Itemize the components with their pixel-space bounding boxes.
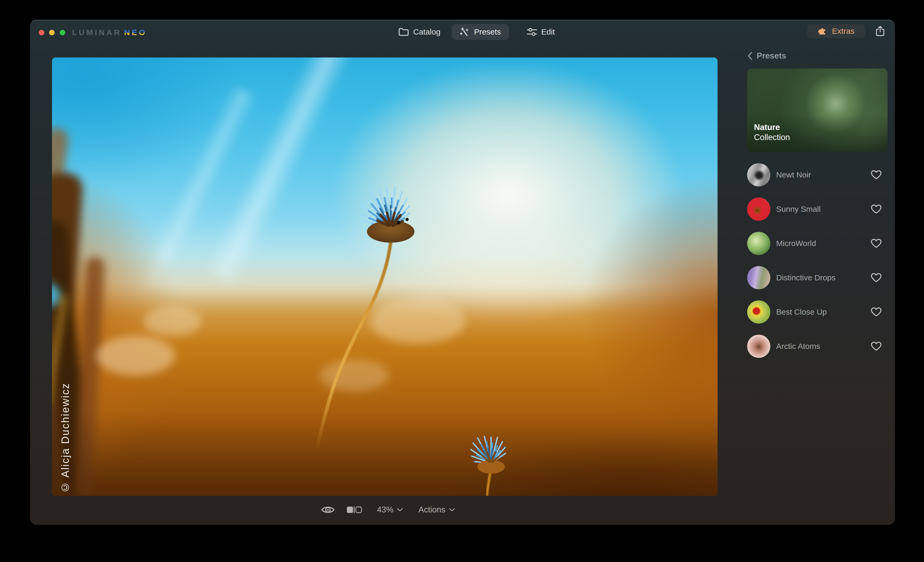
tab-presets-label: Presets [474,27,501,36]
preset-name: Distinctive Drops [776,273,871,282]
sliders-icon [527,27,537,37]
favorite-heart-icon[interactable] [871,170,882,180]
preset-name: MicroWorld [776,239,871,248]
preset-item-microworld[interactable]: MicroWorld [747,226,888,260]
minimize-button[interactable] [49,30,55,35]
favorite-heart-icon[interactable] [871,307,882,317]
preset-thumbnail [747,300,770,324]
collection-title-line2: Collection [754,132,790,142]
actions-dropdown[interactable]: Actions [418,504,455,516]
eye-icon [321,505,335,515]
actions-label: Actions [418,505,446,514]
collection-card-nature[interactable]: Nature Collection [747,69,888,152]
preset-thumbnail [747,266,770,289]
zoom-window-button[interactable] [60,30,65,35]
extras-button[interactable]: Extras [807,24,866,38]
sidebar-back-label: Presets [757,51,786,61]
collection-title-line1: Nature [754,123,790,132]
tab-catalog-label: Catalog [413,27,440,36]
preset-thumbnail [747,197,770,221]
preset-name: Best Close Up [776,308,871,317]
favorite-heart-icon[interactable] [871,238,882,248]
puzzle-icon [818,26,828,36]
favorite-heart-icon[interactable] [871,341,882,351]
chevron-down-icon [449,508,455,512]
favorite-heart-icon[interactable] [871,204,882,214]
logo-primary: LUMINAR [72,28,122,37]
favorite-heart-icon[interactable] [871,273,882,283]
zoom-level-dropdown[interactable]: 43% [377,504,403,516]
logo-secondary: NEO [124,28,147,37]
preset-thumbnail [747,232,770,255]
compare-view-button[interactable] [346,504,362,516]
extras-label: Extras [832,27,854,36]
preset-item-distinctive-drops[interactable]: Distinctive Drops [747,260,888,295]
chevron-down-icon [397,508,403,512]
app-window: LUMINAR NEO Catalog Presets [30,20,895,525]
photo-canvas: © Alicja Duchiewicz [52,57,717,496]
tab-edit[interactable]: Edit [527,24,555,40]
preset-thumbnail [747,335,770,358]
preset-item-newt-noir[interactable]: Newt Noir [747,158,888,192]
tab-edit-label: Edit [541,27,555,36]
sidebar-back-button[interactable]: Presets [747,50,786,61]
preset-item-arctic-atoms[interactable]: Arctic Atoms [747,329,888,363]
preset-thumbnail [747,163,770,187]
desktop: LUMINAR NEO Catalog Presets [0,0,924,562]
share-button[interactable] [874,25,886,37]
share-icon [875,25,885,37]
preset-item-sunny-small[interactable]: Sunny Small [747,192,888,226]
preset-name: Arctic Atoms [776,342,871,351]
app-logo: LUMINAR NEO [72,28,147,36]
preset-name: Newt Noir [776,170,871,179]
tab-catalog[interactable]: Catalog [398,24,440,40]
zoom-level-value: 43% [377,505,393,514]
tab-presets[interactable]: Presets [452,24,509,40]
close-button[interactable] [39,30,44,35]
preview-toggle-button[interactable] [321,504,335,516]
compare-icon [346,506,362,513]
photo-watermark: © Alicja Duchiewicz [59,383,71,493]
magic-wand-icon [460,27,470,37]
collection-title: Nature Collection [754,123,790,142]
preset-name: Sunny Small [776,205,871,214]
chevron-left-icon [747,51,753,60]
folder-icon [398,27,409,36]
preset-item-best-close-up[interactable]: Best Close Up [747,295,888,329]
cornflowers-illustration [52,57,717,496]
